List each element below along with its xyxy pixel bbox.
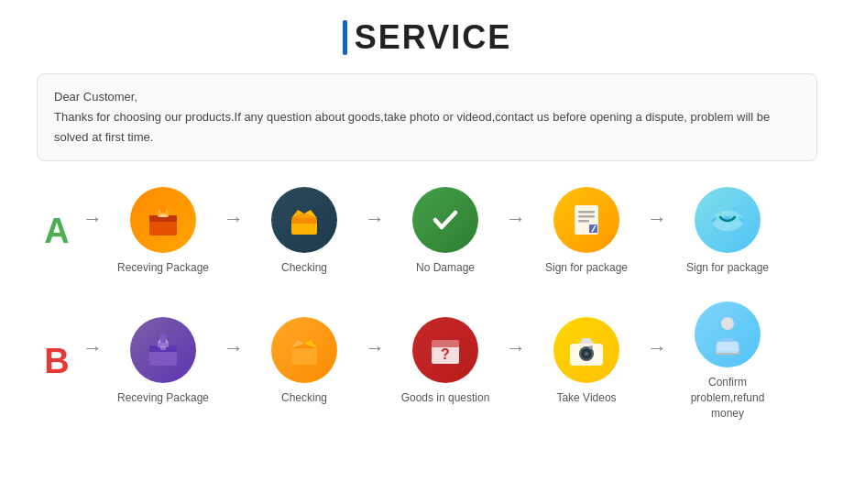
svg-rect-27 bbox=[291, 348, 317, 365]
notice-box: Dear Customer, Thanks for choosing our p… bbox=[37, 73, 817, 161]
row-label-b: B bbox=[37, 342, 77, 381]
flow-arrow: → bbox=[365, 207, 385, 257]
step-icon-checkmark bbox=[412, 187, 478, 253]
flow-arrow: → bbox=[647, 336, 667, 386]
step-icon-camera bbox=[553, 317, 619, 383]
flow-section: A→ Receving Package→ Checking→ No Damage… bbox=[37, 187, 817, 421]
step-label: Goods in question bbox=[401, 390, 490, 406]
step-a-5: Sign for package bbox=[673, 187, 783, 276]
svg-rect-25 bbox=[160, 334, 166, 343]
step-icon-box_orange bbox=[130, 187, 196, 253]
step-a-2: Checking bbox=[249, 187, 359, 276]
flow-arrow: → bbox=[82, 336, 103, 386]
flow-arrow: → bbox=[82, 207, 103, 257]
svg-rect-42 bbox=[715, 353, 740, 355]
step-label: Take Videos bbox=[556, 390, 616, 406]
step-label: Checking bbox=[281, 260, 327, 276]
step-icon-person_laptop bbox=[695, 301, 761, 367]
step-b-4: Take Videos bbox=[531, 317, 641, 406]
title-accent-bar bbox=[343, 20, 347, 55]
page-title: SERVICE bbox=[355, 18, 511, 57]
step-icon-question_box: ? bbox=[412, 317, 478, 383]
step-b-3: ? Goods in question bbox=[390, 317, 500, 406]
step-icon-handshake bbox=[695, 187, 761, 253]
step-label: Receving Package bbox=[117, 260, 209, 276]
page-title-container: SERVICE bbox=[343, 18, 511, 57]
flow-arrow: → bbox=[224, 336, 244, 386]
flow-arrow: → bbox=[506, 207, 526, 257]
svg-rect-15 bbox=[578, 220, 589, 223]
svg-rect-14 bbox=[578, 215, 595, 218]
svg-point-38 bbox=[586, 352, 588, 355]
svg-rect-7 bbox=[291, 218, 317, 224]
svg-rect-41 bbox=[717, 342, 739, 354]
step-b-2: Checking bbox=[249, 317, 359, 406]
flow-arrow: → bbox=[506, 336, 526, 386]
svg-rect-13 bbox=[578, 211, 595, 214]
step-b-5: Confirm problem,refund money bbox=[673, 301, 783, 421]
svg-rect-3 bbox=[159, 214, 167, 217]
step-a-3: No Damage bbox=[390, 187, 500, 276]
step-a-4: Sign for package bbox=[531, 187, 641, 276]
svg-point-40 bbox=[721, 317, 734, 330]
step-label: Receving Package bbox=[117, 390, 209, 406]
flow-arrow: → bbox=[365, 336, 385, 386]
step-label: Confirm problem,refund money bbox=[673, 375, 783, 421]
row-label-a: A bbox=[37, 212, 77, 251]
flow-row-b: B→ Receving Package→ Checking→ ? Goods i… bbox=[37, 301, 817, 421]
step-label: No Damage bbox=[416, 260, 475, 276]
step-label: Sign for package bbox=[545, 260, 628, 276]
step-icon-box_open_orange bbox=[271, 317, 337, 383]
notice-line1: Dear Customer, bbox=[54, 87, 800, 107]
step-label: Checking bbox=[281, 390, 327, 406]
svg-rect-26 bbox=[160, 346, 166, 350]
step-a-1: Receving Package bbox=[108, 187, 218, 276]
step-icon-box_purple bbox=[130, 317, 196, 383]
flow-arrow: → bbox=[647, 207, 667, 257]
svg-text:?: ? bbox=[441, 346, 450, 362]
flow-row-a: A→ Receving Package→ Checking→ No Damage… bbox=[37, 187, 817, 276]
svg-rect-5 bbox=[160, 204, 166, 213]
flow-arrow: → bbox=[224, 207, 244, 257]
notice-line2: Thanks for choosing our products.If any … bbox=[54, 107, 800, 148]
svg-point-39 bbox=[589, 345, 593, 349]
step-icon-sign_doc bbox=[553, 187, 619, 253]
step-icon-box_open_dark bbox=[271, 187, 337, 253]
step-b-1: Receving Package bbox=[108, 317, 218, 406]
step-label: Sign for package bbox=[686, 260, 769, 276]
